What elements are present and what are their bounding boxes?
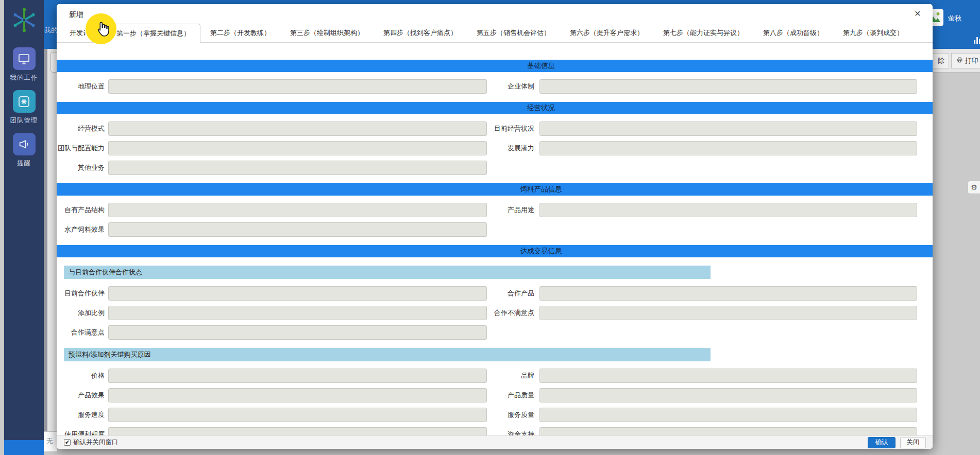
form-row: 地理位置企业体制 (57, 79, 933, 94)
form-row: 团队与配置能力发展潜力 (57, 141, 933, 155)
tab-step-2[interactable]: 第二步（开发教练） (200, 24, 280, 42)
text-input[interactable] (539, 286, 917, 301)
field-label: 品牌 (487, 371, 534, 380)
text-input[interactable] (108, 79, 487, 94)
field-label: 资金支持 (487, 430, 534, 435)
text-input[interactable] (108, 203, 487, 217)
text-input[interactable] (108, 141, 487, 155)
text-input[interactable] (539, 388, 917, 402)
form-body: 基础信息地理位置企业体制经营状况经营模式目前经营状况团队与配置能力发展潜力其他业… (57, 47, 933, 435)
field-label: 服务质量 (487, 410, 534, 419)
text-input[interactable] (539, 306, 917, 320)
text-input[interactable] (539, 369, 917, 383)
field-label: 合作不满意点 (487, 308, 534, 318)
section-header: 达成交易信息 (57, 245, 933, 257)
form-row: 使用便利程度资金支持 (57, 427, 933, 435)
tab-step-4[interactable]: 第四步（找到客户痛点） (374, 24, 467, 42)
field-label: 目前经营状况 (487, 124, 534, 133)
text-input[interactable] (108, 121, 487, 136)
background-empty-area: 无 (44, 431, 57, 451)
checkbox-icon[interactable]: ✔ (64, 439, 71, 446)
chart-mini-icon[interactable] (974, 35, 980, 44)
field-label: 合作产品 (487, 289, 534, 298)
username: 萤秋 (948, 14, 961, 23)
form-row: 产品效果产品质量 (57, 388, 933, 402)
tab-step-3[interactable]: 第三步（绘制组织架构） (280, 24, 374, 42)
field-label: 其他业务 (57, 163, 105, 172)
form-row: 水产饲料效果 (57, 222, 933, 237)
background-tab-label: 我的 (44, 26, 58, 35)
sidebar-bottom-accent (4, 440, 44, 455)
form-row: 合作满意点 (57, 325, 933, 340)
sidebar: 我的工作团队管理提醒 (4, 0, 44, 451)
background-content-strip (44, 49, 57, 451)
text-input[interactable] (539, 427, 917, 435)
sidebar-item-1[interactable]: 团队管理 (4, 90, 44, 125)
form-row: 经营模式目前经营状况 (57, 121, 933, 136)
sidebar-item-label: 我的工作 (4, 74, 44, 82)
text-input[interactable] (108, 325, 487, 340)
field-label: 自有产品结构 (57, 205, 105, 215)
hand-cursor-icon (94, 21, 111, 39)
text-input[interactable] (539, 141, 917, 155)
field-label: 发展潜力 (487, 144, 534, 153)
screen: 我的 萤秋 我的工作团队管理提醒 (0, 0, 980, 455)
text-input[interactable] (108, 286, 487, 301)
field-label: 产品用途 (487, 205, 534, 215)
tab-step-1[interactable]: 第一步（掌握关键信息） (106, 24, 200, 43)
form-row: 服务速度服务质量 (57, 408, 933, 422)
field-label: 添加比例 (57, 308, 105, 318)
sidebar-item-2[interactable]: 提醒 (4, 133, 44, 168)
monitor-icon (13, 47, 36, 70)
field-label: 服务速度 (57, 410, 105, 419)
form-row: 目前合作伙伴合作产品 (57, 286, 933, 301)
form-row: 添加比例合作不满意点 (57, 306, 933, 320)
print-button[interactable]: 打印 (951, 53, 980, 68)
text-input[interactable] (108, 306, 487, 320)
text-input[interactable] (108, 427, 487, 435)
tab-step-5[interactable]: 第五步（销售机会评估） (467, 24, 560, 42)
field-label: 目前合作伙伴 (57, 289, 105, 298)
modal-title: 新增 (69, 4, 83, 25)
sidebar-item-0[interactable]: 我的工作 (4, 47, 44, 82)
printer-icon (956, 57, 963, 65)
background-toolbar: 除 打印 (925, 49, 980, 73)
text-input[interactable] (108, 388, 487, 402)
text-input[interactable] (108, 222, 487, 237)
field-label: 地理位置 (57, 82, 105, 91)
section-header: 经营状况 (57, 102, 933, 114)
subsection-header: 预混料/添加剂关键购买原因 (64, 348, 711, 361)
close-icon[interactable]: × (911, 7, 924, 20)
form-row: 自有产品结构产品用途 (57, 203, 933, 217)
text-input[interactable] (539, 203, 917, 217)
section-header: 基础信息 (57, 60, 933, 72)
confirm-close-checkbox[interactable]: ✔ 确认并关闭窗口 (64, 438, 119, 447)
new-record-modal: 新增 × 开发计划第一步（掌握关键信息）第二步（开发教练）第三步（绘制组织架构）… (57, 4, 933, 449)
field-label: 使用便利程度 (57, 430, 105, 435)
text-input[interactable] (539, 121, 917, 136)
team-icon (13, 90, 36, 113)
field-label: 经营模式 (57, 124, 105, 133)
text-input[interactable] (108, 161, 487, 175)
field-label: 合作满意点 (57, 328, 105, 337)
field-label: 价格 (57, 371, 105, 380)
modal-footer: ✔ 确认并关闭窗口 确认 关闭 (57, 435, 933, 449)
app-logo-icon (9, 4, 39, 36)
field-label: 团队与配置能力 (57, 144, 105, 153)
text-input[interactable] (108, 369, 487, 383)
tab-step-7[interactable]: 第七步（能力证实与异议） (653, 24, 753, 42)
text-input[interactable] (539, 408, 917, 422)
megaphone-icon (13, 133, 36, 155)
text-input[interactable] (539, 79, 917, 94)
close-button[interactable]: 关闭 (900, 437, 926, 448)
confirm-button[interactable]: 确认 (868, 437, 895, 448)
form-row: 价格品牌 (57, 369, 933, 383)
tab-step-8[interactable]: 第八步（成功晋级） (753, 24, 833, 42)
form-row: 其他业务 (57, 161, 933, 175)
text-input[interactable] (108, 408, 487, 422)
tab-step-9[interactable]: 第九步（谈判成交） (833, 24, 913, 42)
tab-step-6[interactable]: 第六步（提升客户需求） (560, 24, 653, 42)
subsection-header: 与目前合作伙伴合作状态 (64, 266, 711, 279)
field-label: 水产饲料效果 (57, 225, 105, 234)
gear-icon[interactable]: ⚙ (968, 181, 980, 194)
